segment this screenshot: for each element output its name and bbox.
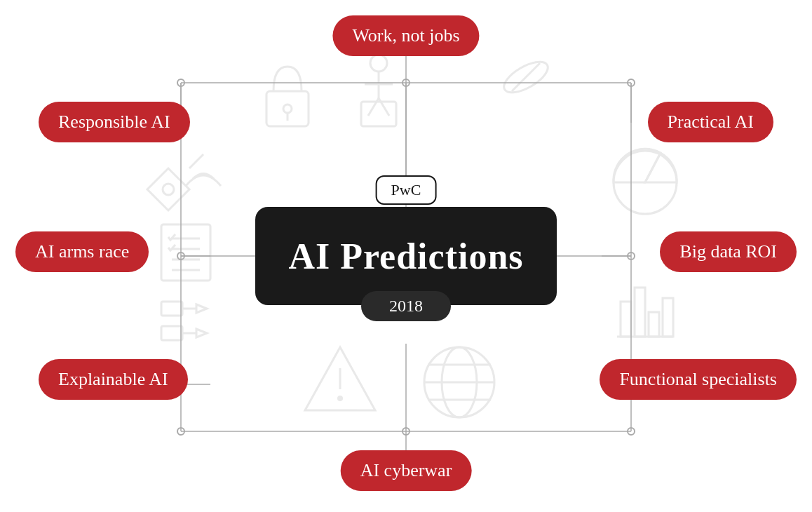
label-ai-arms-race: AI arms race [15, 231, 149, 272]
label-big-data-roi: Big data ROI [660, 231, 797, 272]
label-practical-ai: Practical AI [648, 102, 773, 142]
svg-rect-4 [361, 102, 396, 126]
svg-point-7 [163, 184, 174, 195]
svg-rect-24 [649, 312, 659, 337]
svg-point-56 [177, 428, 184, 435]
svg-rect-23 [635, 288, 645, 337]
svg-rect-13 [161, 326, 182, 340]
svg-marker-15 [196, 329, 207, 337]
svg-point-61 [402, 428, 410, 435]
label-functional-specialists: Functional specialists [600, 359, 797, 400]
main-title: AI Predictions [288, 236, 523, 277]
svg-point-5 [499, 56, 553, 99]
svg-rect-10 [161, 302, 182, 316]
diagram-container: Work, not jobs Responsible AI Practical … [0, 0, 812, 512]
svg-point-40 [628, 79, 635, 86]
year-badge: 2018 [361, 291, 451, 321]
svg-rect-16 [161, 224, 210, 281]
svg-point-28 [337, 396, 343, 401]
center-box: AI Predictions [255, 207, 557, 305]
svg-point-30 [442, 347, 477, 417]
svg-rect-25 [663, 298, 673, 337]
svg-point-37 [177, 79, 184, 86]
svg-rect-22 [621, 302, 631, 337]
label-explainable-ai: Explainable AI [39, 359, 188, 400]
svg-marker-26 [305, 347, 375, 410]
svg-point-34 [402, 79, 410, 86]
svg-line-8 [189, 154, 203, 168]
label-ai-cyberwar: AI cyberwar [341, 450, 472, 491]
svg-rect-0 [266, 91, 309, 126]
svg-point-43 [177, 252, 184, 260]
pwc-badge: PwC [376, 175, 437, 205]
label-work-not-jobs: Work, not jobs [332, 15, 479, 56]
svg-point-59 [628, 428, 635, 435]
svg-point-29 [424, 347, 494, 417]
svg-point-9 [614, 151, 677, 214]
label-responsible-ai: Responsible AI [39, 102, 190, 142]
svg-line-6 [512, 63, 540, 91]
svg-point-1 [283, 105, 292, 113]
svg-point-3 [370, 55, 387, 72]
svg-marker-12 [196, 304, 207, 313]
svg-point-49 [628, 252, 635, 260]
